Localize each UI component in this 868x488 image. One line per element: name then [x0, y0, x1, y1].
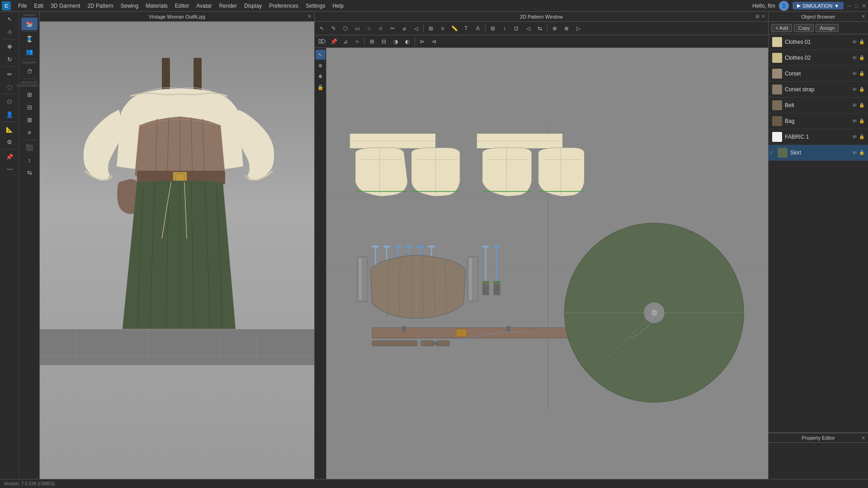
simulate-tool[interactable]: ⚙ — [1, 136, 18, 148]
lock-icon[interactable]: 🔒 — [859, 118, 864, 124]
fabric-btn[interactable]: 🧵 — [21, 33, 38, 45]
assign-button[interactable]: Assign — [816, 24, 839, 32]
extra-btn3[interactable]: ⇆ — [21, 166, 38, 179]
pattern-expand[interactable]: ⊞ — [755, 14, 760, 19]
avatar-lib-btn[interactable]: 👥 — [21, 45, 38, 58]
lock-icon[interactable]: 🔒 — [859, 87, 864, 92]
menu-file[interactable]: File — [14, 1, 30, 10]
visibility-icon[interactable]: 👁 — [852, 150, 857, 155]
modular-btn4[interactable]: ≡ — [21, 126, 38, 139]
history-btn[interactable]: ⏱ — [21, 65, 38, 78]
pt-measure[interactable]: 📏 — [449, 23, 460, 34]
pt-notch[interactable]: ◁ — [523, 23, 533, 34]
pt2-b2[interactable]: ⊲ — [429, 36, 439, 47]
pose-tool[interactable]: ⚇ — [1, 95, 18, 108]
pt-mirror[interactable]: ⇆ — [534, 23, 545, 34]
plt-select[interactable]: ↖ — [316, 50, 326, 60]
pt2-fold[interactable]: ⊿ — [340, 36, 351, 47]
pt-grade[interactable]: ▷ — [573, 23, 584, 34]
ob-item-corset[interactable]: Corset👁🔒 — [769, 66, 868, 82]
pt-polygon[interactable]: ⬡ — [340, 23, 351, 34]
property-editor-close[interactable]: ✕ — [861, 435, 865, 441]
modular-btn2[interactable]: ⊟ — [21, 101, 38, 113]
plt-lock[interactable]: 🔒 — [316, 82, 326, 92]
add-button[interactable]: + Add — [771, 24, 792, 32]
pt-trace[interactable]: ⊗ — [561, 23, 572, 34]
move-tool[interactable]: ✥ — [1, 40, 18, 53]
pt2-a3[interactable]: ◑ — [390, 36, 401, 47]
pt-text[interactable]: T — [461, 23, 472, 34]
extra-btn2[interactable]: ↕ — [21, 154, 38, 166]
pattern-canvas[interactable]: ↖ ⊕ ✥ 🔒 🔒 — [315, 48, 768, 488]
pt-grid[interactable]: ⊞ — [487, 23, 498, 34]
extra-btn1[interactable]: ⬛ — [21, 141, 38, 154]
pt-layer[interactable]: ⊕ — [549, 23, 560, 34]
modular-btn3[interactable]: ⊠ — [21, 113, 38, 126]
viewport-close[interactable]: ✕ — [307, 14, 311, 19]
simulation-button[interactable]: ▶ SIMULATION ▼ — [793, 2, 844, 9]
menu-avatar[interactable]: Avatar — [193, 1, 215, 10]
pt-cut[interactable]: ✂ — [387, 23, 398, 34]
ob-item-bag[interactable]: Bag👁🔒 — [769, 113, 868, 129]
ob-item-corset-strap[interactable]: Corset strap👁🔒 — [769, 82, 868, 98]
pt2-a4[interactable]: ◐ — [402, 36, 413, 47]
menu-display[interactable]: Display — [241, 1, 265, 10]
tape-tool[interactable]: 📐 — [1, 123, 18, 136]
ob-item-fabric-1[interactable]: FABRIC 1👁🔒 — [769, 129, 868, 145]
menu-settings[interactable]: Settings — [302, 1, 329, 10]
viewport-canvas[interactable] — [40, 22, 314, 488]
library-btn[interactable]: 📚 — [21, 18, 38, 30]
ob-item-belt[interactable]: Belt👁🔒 — [769, 98, 868, 113]
pt-align[interactable]: ≡ — [437, 23, 448, 34]
menu-2dpattern[interactable]: 2D Pattern — [84, 1, 117, 10]
modular-btn1[interactable]: ⊞ — [21, 88, 38, 101]
maximize-btn[interactable]: □ — [855, 3, 858, 9]
visibility-icon[interactable]: 👁 — [852, 134, 857, 140]
rotate-tool[interactable]: ↻ — [1, 53, 18, 66]
menu-materials[interactable]: Materials — [142, 1, 171, 10]
pt-note[interactable]: A — [472, 23, 483, 34]
pin-tool[interactable]: 📌 — [1, 150, 18, 163]
menu-edit[interactable]: Edit — [30, 1, 47, 10]
visibility-icon[interactable]: 👁 — [852, 103, 857, 108]
lock-icon[interactable]: 🔒 — [859, 39, 864, 45]
ob-item-clothes-02[interactable]: Clothes 02👁🔒 — [769, 50, 868, 66]
pt-internal[interactable]: ⊡ — [511, 23, 522, 34]
pt2-sew[interactable]: ⌦ — [316, 36, 327, 47]
menu-sewing[interactable]: Sewing — [117, 1, 142, 10]
pen-tool[interactable]: ✏ — [1, 68, 18, 80]
menu-preferences[interactable]: Preferences — [265, 1, 302, 10]
lock-icon[interactable]: 🔒 — [859, 103, 864, 108]
pt2-b1[interactable]: ⊳ — [417, 36, 428, 47]
ob-item-clothes-01[interactable]: Clothes 01👁🔒 — [769, 34, 868, 50]
select-tool[interactable]: ↖ — [1, 13, 18, 25]
avatar-tool[interactable]: 👤 — [1, 108, 18, 121]
pt2-stitch[interactable]: ≈ — [352, 36, 363, 47]
menu-render[interactable]: Render — [216, 1, 241, 10]
pt-dart[interactable]: ◁ — [410, 23, 421, 34]
pt-edit[interactable]: ✎ — [328, 23, 339, 34]
sculpt-tool[interactable]: ◌ — [1, 80, 18, 93]
pt-circle[interactable]: ○ — [363, 23, 374, 34]
lock-icon[interactable]: 🔒 — [859, 134, 864, 140]
pattern-close[interactable]: ✕ — [761, 14, 765, 19]
wind-tool[interactable]: 〰 — [1, 163, 18, 176]
pt-seam[interactable]: ⌀ — [399, 23, 410, 34]
visibility-icon[interactable]: 👁 — [852, 39, 857, 45]
pt2-a2[interactable]: ⊟ — [378, 36, 389, 47]
ob-item-skirt[interactable]: ✓Skirt👁🔒 — [769, 145, 868, 161]
visibility-icon[interactable]: 👁 — [852, 118, 857, 124]
menu-editor[interactable]: Editor — [171, 1, 193, 10]
pt-rect[interactable]: ▭ — [352, 23, 363, 34]
close-btn[interactable]: ✕ — [862, 3, 866, 9]
plt-pan[interactable]: ✥ — [316, 71, 326, 81]
visibility-icon[interactable]: 👁 — [852, 87, 857, 92]
visibility-icon[interactable]: 👁 — [852, 71, 857, 76]
lock-icon[interactable]: 🔒 — [859, 55, 864, 61]
minimize-btn[interactable]: ─ — [847, 3, 851, 9]
visibility-icon[interactable]: 👁 — [852, 55, 857, 61]
plt-zoom[interactable]: ⊕ — [316, 61, 326, 70]
object-browser-close[interactable]: ✕ — [861, 14, 865, 19]
lock-icon[interactable]: 🔒 — [859, 150, 864, 155]
menu-help[interactable]: Help — [329, 1, 347, 10]
